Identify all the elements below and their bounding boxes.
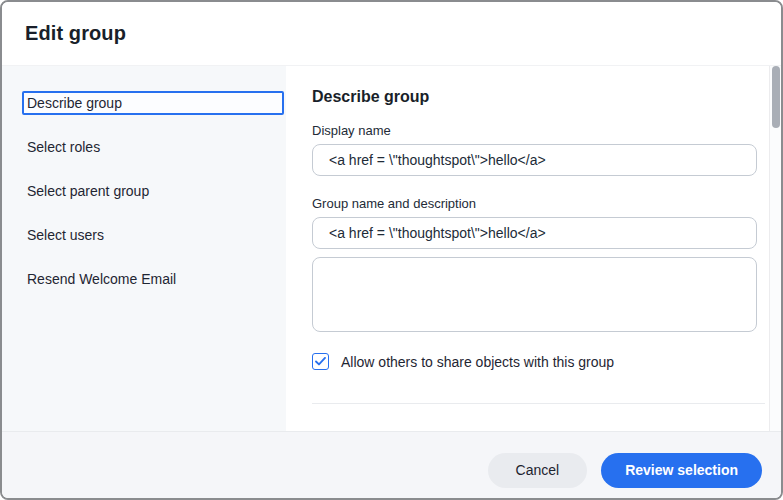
group-description-textarea[interactable]: [312, 257, 757, 332]
dialog-header: Edit group: [2, 2, 781, 66]
share-objects-row[interactable]: Allow others to share objects with this …: [312, 353, 757, 370]
share-objects-label: Allow others to share objects with this …: [341, 354, 614, 370]
sidebar-item-select-parent-group[interactable]: Select parent group: [22, 179, 284, 203]
display-name-label: Display name: [312, 123, 757, 138]
group-name-label: Group name and description: [312, 196, 757, 211]
sidebar: Describe group Select roles Select paren…: [2, 66, 286, 431]
display-name-input[interactable]: [312, 144, 757, 176]
scrollbar-thumb[interactable]: [772, 66, 780, 128]
section-divider: [312, 403, 765, 404]
display-name-field-group: Display name: [312, 123, 757, 176]
edit-group-dialog: Edit group Describe group Select roles S…: [0, 0, 783, 500]
dialog-title: Edit group: [25, 22, 126, 45]
review-selection-button[interactable]: Review selection: [601, 453, 762, 488]
sidebar-item-select-users[interactable]: Select users: [22, 223, 284, 247]
check-icon: [315, 357, 326, 366]
section-heading: Describe group: [312, 88, 757, 106]
sidebar-item-resend-welcome-email[interactable]: Resend Welcome Email: [22, 267, 284, 291]
group-name-field-group: Group name and description: [312, 196, 757, 249]
share-objects-checkbox[interactable]: [312, 353, 329, 370]
sidebar-item-select-roles[interactable]: Select roles: [22, 135, 284, 159]
cancel-button[interactable]: Cancel: [488, 453, 588, 488]
sidebar-item-describe-group[interactable]: Describe group: [22, 91, 284, 115]
dialog-footer: Cancel Review selection: [2, 431, 781, 498]
dialog-body: Describe group Select roles Select paren…: [2, 66, 781, 431]
content-panel: Describe group Display name Group name a…: [286, 66, 781, 431]
group-name-input[interactable]: [312, 217, 757, 249]
scrollbar-track[interactable]: [769, 66, 781, 431]
